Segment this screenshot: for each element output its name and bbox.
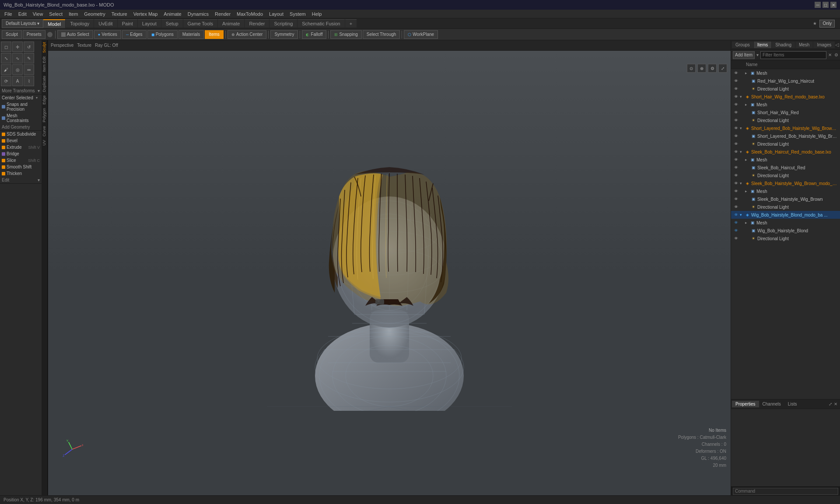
menu-view[interactable]: View [30,11,46,17]
eye-icon-18[interactable]: 👁 [733,212,739,218]
mesh-constraints-item[interactable]: Mesh Constraints [0,112,42,124]
symmetry-button[interactable]: Symmetry [270,30,298,39]
menu-dynamics[interactable]: Dynamics [185,11,211,17]
menu-texture[interactable]: Texture [109,11,130,17]
eye-icon-3[interactable]: 👁 [733,94,739,100]
tab-game-tools[interactable]: Game Tools [183,19,218,28]
eye-icon-20[interactable]: 👁 [733,228,739,234]
vtab-sculpt[interactable]: Sculpt [42,40,47,55]
eye-icon-4[interactable]: 👁 [733,102,739,108]
prop-expand-icon[interactable]: ⤢ [829,402,832,406]
eye-icon-11[interactable]: 👁 [733,157,739,163]
eye-icon-7[interactable]: 👁 [733,125,739,131]
item-row-sleek-bob-brown-lxo[interactable]: 👁 ▾ ◈ Sleek_Bob_Hairstyle_Wig_Brown_modo… [731,179,840,187]
center-selected-item[interactable]: Center Selected ▾ [0,94,42,101]
menu-maxtomodo[interactable]: MaxToModo [234,11,266,17]
item-row-dir-light-6[interactable]: 👁 ☀ Directional Light [731,234,840,242]
viewport[interactable]: Perspective Texture Ray GL: Off ⊙ ⊕ ⚙ ⤢ [48,40,731,495]
menu-system[interactable]: System [287,11,308,17]
vtab-polygon[interactable]: Polygon [42,106,47,124]
prop-tab-properties[interactable]: Properties [732,401,759,407]
prop-tab-lists[interactable]: Lists [784,401,801,407]
eye-icon-15[interactable]: 👁 [733,188,739,194]
item-row-mesh-4[interactable]: 👁 ▸ ▣ Mesh [731,101,840,108]
tool-move[interactable]: ✛ [12,42,23,52]
select-through-button[interactable]: Select Through [363,30,400,39]
menu-select[interactable]: Select [46,11,65,17]
filter-items-input[interactable] [760,51,826,59]
filter-close-icon[interactable]: ✕ [828,52,832,57]
materials-button[interactable]: Materials [178,30,204,39]
vtab-uv[interactable]: UV [42,138,47,147]
item-row-short-layered-bob-label[interactable]: 👁 ▣ Short_Layered_Bob_Hairstyle_Wig_Brow… [731,132,840,140]
command-input[interactable] [733,488,838,495]
snaps-precision-item[interactable]: Snaps and Precision [0,101,42,112]
item-row-dir-light-4[interactable]: 👁 ☀ Directional Light [731,172,840,179]
default-layouts-btn[interactable]: Default Layouts ▾ [2,19,43,28]
eye-icon-5[interactable]: 👁 [733,109,739,116]
eye-icon-17[interactable]: 👁 [733,204,739,210]
eye-icon-21[interactable]: 👁 [733,235,739,242]
tool-rotate[interactable]: ↺ [24,42,34,52]
item-row-red-hair-wig[interactable]: 👁 ▣ Red_Hair_Wig_Long_Haircut [731,77,840,85]
prop-settings-icon[interactable]: ✕ [834,402,837,406]
sculpt-button[interactable]: Sculpt [2,30,22,39]
menu-vertex-map[interactable]: Vertex Map [131,11,161,17]
action-center-button[interactable]: ⊕ Action Center [228,30,267,39]
menu-item[interactable]: Item [66,11,80,17]
rpanel-tab-images[interactable]: Images [813,42,835,48]
vtab-curve[interactable]: Curve [42,124,47,138]
tool-scale[interactable]: ⤡ [1,53,11,63]
rpanel-tab-groups[interactable]: Groups [732,42,753,48]
smooth-shift-item[interactable]: Smooth Shift [0,164,42,170]
eye-icon-19[interactable]: 👁 [733,220,739,226]
add-geometry-section[interactable]: Add Geometry [0,124,42,131]
minimize-button[interactable]: ─ [815,2,821,8]
rpanel-icon-1[interactable]: ◁ [835,42,839,48]
only-button[interactable]: Only [819,20,835,28]
vtab-item-edit[interactable]: Item Edit [42,55,47,74]
item-row-short-hair-red[interactable]: 👁 ▣ Short_Hair_Wig_Red [731,108,840,116]
eye-icon-16[interactable]: 👁 [733,196,739,202]
menu-render[interactable]: Render [212,11,233,17]
more-transforms-label[interactable]: More Transforms ▾ [0,88,42,94]
sds-subdivide-item[interactable]: SDS Subdivide [0,131,42,137]
menu-geometry[interactable]: Geometry [81,11,108,17]
polygons-button[interactable]: ◼ Polygons [147,30,178,39]
workplane-button[interactable]: ⬡ WorkPlane [404,30,438,39]
vtab-duplicate[interactable]: Duplicate [42,74,47,94]
item-row-dir-light-1[interactable]: 👁 ☀ Directional Light [731,85,840,93]
tool-smooth[interactable]: ◎ [12,64,23,75]
menu-edit[interactable]: Edit [16,11,29,17]
item-row-wig-bob-blond[interactable]: 👁 ▣ Wig_Bob_Hairstyle_Blond [731,227,840,234]
eye-icon-10[interactable]: 👁 [733,149,739,155]
add-item-button[interactable]: Add Item [733,51,755,59]
items-button[interactable]: Items [205,30,223,39]
extrude-item[interactable]: Extrude Shift V [0,144,42,150]
tab-model[interactable]: Model [43,19,65,28]
items-list[interactable]: 👁 ▸ ▣ Mesh 👁 ▣ Red_Hair_Wig_Long_Haircut… [731,69,840,399]
slice-item[interactable]: Slice Shift C [0,157,42,164]
eye-icon-12[interactable]: 👁 [733,164,739,171]
scene-canvas[interactable]: ⊙ ⊕ ⚙ ⤢ [48,51,731,495]
tab-uvedit[interactable]: UvEdit [94,19,117,28]
presets-button[interactable]: Presets [23,30,46,39]
vertices-button[interactable]: ● Vertices [94,30,121,39]
tab-paint[interactable]: Paint [118,19,137,28]
eye-icon-1[interactable]: 👁 [733,78,739,84]
item-row-wig-bob-blond-lxo[interactable]: 👁 ▾ ◈ Wig_Bob_Hairstyle_Blond_modo_ba ..… [731,211,840,219]
tab-topology[interactable]: Topology [66,19,94,28]
tool-pen[interactable]: ✎ [24,53,34,63]
item-row-dir-light-3[interactable]: 👁 ☀ Directional Light [731,140,840,148]
close-button[interactable]: ✕ [830,2,836,8]
eye-icon-13[interactable]: 👁 [733,172,739,178]
vp-expand-btn[interactable]: ⤢ [718,64,727,73]
tab-layout[interactable]: Layout [138,19,161,28]
tool-paint[interactable]: 🖌 [1,64,11,75]
vp-settings-btn[interactable]: ⚙ [708,64,717,73]
item-row-sleek-bob-red-lxo[interactable]: 👁 ▾ ◈ Sleek_Bob_Haircut_Red_modo_base.lx… [731,148,840,156]
rpanel-tab-shading[interactable]: Shading [772,42,795,48]
snapping-button[interactable]: ⊞ Snapping [330,30,361,39]
edges-button[interactable]: ─ Edges [122,30,147,39]
item-row-sleek-bob-red[interactable]: 👁 ▣ Sleek_Bob_Haircut_Red [731,164,840,172]
